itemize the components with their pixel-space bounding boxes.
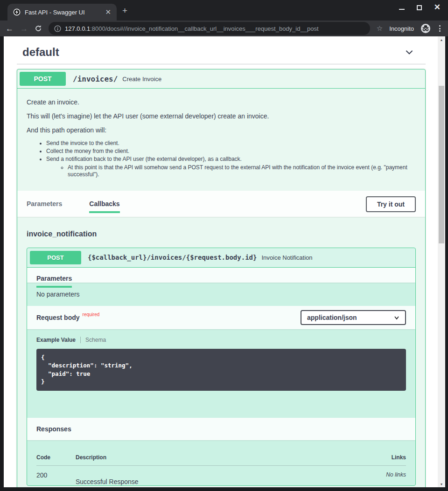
request-body-header: Request body required application/json: [27, 306, 415, 329]
callback-path: {$callback_url}/invoices/{$request.body.…: [86, 254, 257, 261]
section-title: default: [22, 46, 59, 59]
column-links: Links: [350, 454, 406, 461]
tab-callbacks[interactable]: Callbacks: [89, 200, 119, 213]
responses-header: Responses: [27, 418, 415, 440]
request-body-label: Request body: [36, 314, 80, 321]
callback-name: invoice_notification: [27, 230, 416, 238]
operation-description: Create an invoice. This will (let's imag…: [17, 89, 425, 191]
tab-parameters[interactable]: Parameters: [27, 200, 62, 213]
sub-list-item: At this point is that the API will someh…: [68, 164, 411, 178]
opblock-post-invoices: POST /invoices/ Create Invoice Create an…: [17, 69, 426, 487]
table-row: 200 Successful Response No links: [36, 466, 406, 485]
tab-callback-parameters[interactable]: Parameters: [36, 275, 72, 288]
callback-opblock: POST {$callback_url}/invoices/{$request.…: [27, 248, 416, 486]
operation-tab-header: Parameters Callbacks Try it out: [17, 191, 425, 217]
content-type-value: application/json: [307, 314, 394, 321]
list-item: Collect the money from the client.: [46, 148, 416, 154]
new-tab-button[interactable]: +: [122, 6, 127, 15]
operation-summary[interactable]: POST /invoices/ Create Invoice: [17, 69, 425, 89]
responses-label: Responses: [36, 425, 71, 433]
chevron-down-icon[interactable]: [404, 47, 414, 57]
forward-icon[interactable]: →: [20, 25, 28, 33]
callback-parameters-header: Parameters: [27, 268, 415, 283]
url-text: 127.0.0.1:8000/docs#//invoice_notificati…: [65, 25, 319, 32]
column-description: Description: [76, 454, 350, 461]
responses-table: Code Description Links 200 Successful Re…: [27, 440, 415, 485]
example-section: Example Value Schema { "description": "s…: [27, 329, 415, 418]
tab-schema[interactable]: Schema: [85, 337, 106, 343]
window-maximize-button[interactable]: [417, 5, 422, 10]
example-json-code: { "description": "string", "paid": true …: [36, 349, 406, 391]
tab-title: Fast API - Swagger UI: [25, 9, 104, 16]
list-item: Send a notification back to the API user…: [46, 156, 416, 178]
window-minimize-button[interactable]: [399, 9, 405, 10]
reload-icon[interactable]: [35, 25, 42, 32]
url-bar[interactable]: 127.0.0.1:8000/docs#//invoice_notificati…: [49, 22, 370, 35]
page-info-icon[interactable]: [54, 25, 61, 32]
fastapi-favicon-icon: [13, 8, 21, 16]
browser-menu-icon[interactable]: [437, 25, 442, 32]
scrollbar-thumb[interactable]: [439, 86, 444, 243]
browser-titlebar: Fast API - Swagger UI ✕ + ✕: [0, 0, 448, 21]
column-code: Code: [36, 454, 76, 461]
callback-method-badge: POST: [30, 251, 81, 264]
required-badge: required: [83, 312, 100, 317]
section-divider: [17, 64, 426, 64]
no-parameters-text: No parameters: [27, 283, 415, 306]
default-section-header[interactable]: default: [17, 45, 426, 59]
description-paragraph: And this path operation will:: [27, 126, 416, 135]
select-chevron-icon: [394, 315, 399, 320]
incognito-label: Incognito: [389, 25, 414, 32]
window-close-button[interactable]: ✕: [434, 5, 441, 10]
description-list: Send the invoice to the client. Collect …: [27, 140, 416, 178]
browser-toolbar: ← → 127.0.0.1:8000/docs#//invoice_notifi…: [0, 21, 448, 36]
back-icon[interactable]: ←: [6, 25, 14, 33]
callback-summary-text: Invoice Notification: [261, 254, 312, 261]
try-it-out-button[interactable]: Try it out: [366, 196, 416, 212]
callbacks-section: invoice_notification POST {$callback_url…: [17, 217, 425, 487]
operation-path: /invoices/: [70, 75, 118, 83]
method-badge: POST: [20, 72, 66, 86]
response-description: Successful Response: [76, 471, 350, 485]
content-type-select[interactable]: application/json: [301, 310, 406, 325]
tab-close-icon[interactable]: ✕: [104, 8, 112, 16]
tab-example-value[interactable]: Example Value: [36, 337, 76, 343]
callback-summary[interactable]: POST {$callback_url}/invoices/{$request.…: [27, 248, 415, 268]
scroll-down-icon[interactable]: ▼: [438, 481, 445, 487]
response-code: 200: [36, 471, 76, 479]
browser-tab[interactable]: Fast API - Swagger UI ✕: [7, 4, 117, 21]
description-paragraph: This will (let's imagine) let the API us…: [27, 112, 416, 121]
incognito-icon: [420, 23, 431, 34]
bookmark-star-icon[interactable]: ☆: [377, 24, 383, 33]
response-links: No links: [350, 471, 406, 478]
list-item: Send the invoice to the client.: [46, 140, 416, 146]
description-paragraph: Create an invoice.: [27, 98, 416, 107]
swagger-page: default POST /invoices/ Create Invoice C…: [4, 36, 438, 487]
tab-separator: [80, 337, 81, 343]
operation-summary-text: Create Invoice: [122, 76, 161, 83]
page-scrollbar[interactable]: ▲ ▼: [438, 36, 445, 487]
scroll-up-icon[interactable]: ▲: [438, 36, 445, 43]
